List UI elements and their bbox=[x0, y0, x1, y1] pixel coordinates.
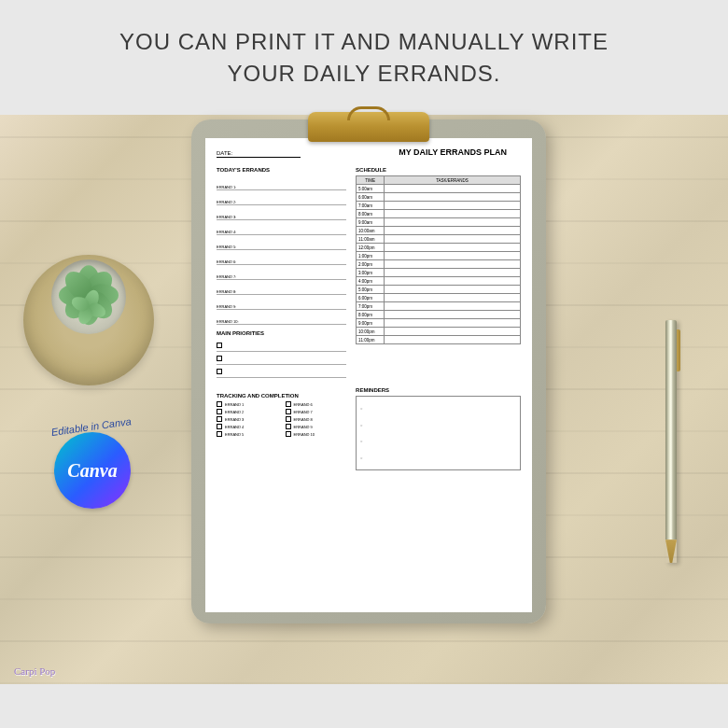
checkbox-icon bbox=[217, 343, 222, 348]
schedule-row: 11:00pm bbox=[357, 336, 521, 344]
desk-scene: Editable in Canva Canva DATE: MY DAILY E… bbox=[0, 115, 728, 684]
schedule-time-cell: 2:00pm bbox=[357, 260, 385, 269]
schedule-row: 1:00pm bbox=[357, 252, 521, 260]
tracking-label: ERRAND 10 bbox=[294, 432, 315, 437]
schedule-time-cell: 11:00am bbox=[357, 235, 385, 244]
schedule-time-cell: 8:00am bbox=[357, 210, 385, 218]
todays-errands-title: TODAY'S ERRANDS bbox=[217, 167, 346, 173]
schedule-time-cell: 8:00pm bbox=[357, 311, 385, 319]
tracking-label: ERRAND 9 bbox=[294, 425, 313, 429]
schedule-task-cell bbox=[385, 286, 521, 294]
tracking-label: ERRAND 2 bbox=[225, 410, 244, 414]
tracking-title: TRACKING AND COMPLETION bbox=[217, 393, 346, 399]
schedule-task-cell bbox=[385, 210, 521, 218]
schedule-time-cell: 1:00pm bbox=[357, 252, 385, 260]
reminders-title: REMINDERS bbox=[356, 387, 521, 393]
tracking-label: ERRAND 4 bbox=[225, 425, 244, 429]
canva-badge-icon: Canva bbox=[54, 432, 131, 509]
tracking-item: ERRAND 4 bbox=[217, 424, 278, 429]
errand-line: ERRAND 2: bbox=[217, 190, 346, 205]
schedule-time-cell: 10:00pm bbox=[357, 328, 385, 336]
succulent-plant bbox=[61, 264, 117, 320]
tracking-label: ERRAND 6 bbox=[294, 402, 313, 407]
tracking-label: ERRAND 8 bbox=[294, 417, 313, 422]
errand-line: ERRAND 10: bbox=[217, 310, 346, 325]
schedule-time-cell: 7:00am bbox=[357, 202, 385, 210]
schedule-row: 6:00pm bbox=[357, 294, 521, 302]
tracking-item: ERRAND 5 bbox=[217, 431, 278, 437]
schedule-row: 5:00pm bbox=[357, 286, 521, 294]
checkbox-icon bbox=[217, 401, 222, 407]
schedule-task-cell bbox=[385, 193, 521, 202]
canva-logo-text: Canva bbox=[67, 460, 117, 482]
checkbox-icon bbox=[217, 431, 222, 437]
schedule-header-task: TASK/ERRANDS bbox=[385, 176, 521, 185]
headline-line1: YOU CAN PRINT IT AND MANUALLY WRITE bbox=[19, 26, 709, 58]
errand-line: ERRAND 4: bbox=[217, 220, 346, 235]
schedule-time-cell: 7:00pm bbox=[357, 302, 385, 311]
schedule-time-cell: 9:00pm bbox=[357, 319, 385, 328]
pen bbox=[665, 320, 677, 563]
tracking-item: ERRAND 8 bbox=[286, 416, 347, 422]
checkbox-icon bbox=[217, 424, 222, 429]
schedule-task-cell bbox=[385, 294, 521, 302]
schedule-task-cell bbox=[385, 311, 521, 319]
tracking-label: ERRAND 3 bbox=[225, 417, 244, 422]
errand-line: ERRAND 1: bbox=[217, 175, 346, 190]
headline-line2: YOUR DAILY ERRANDS. bbox=[19, 58, 709, 90]
schedule-task-cell bbox=[385, 202, 521, 210]
schedule-row: 7:00pm bbox=[357, 302, 521, 311]
schedule-task-cell bbox=[385, 260, 521, 269]
schedule-task-cell bbox=[385, 227, 521, 235]
priority-line bbox=[217, 339, 346, 352]
schedule-time-cell: 11:00pm bbox=[357, 336, 385, 344]
schedule-row: 4:00pm bbox=[357, 277, 521, 286]
schedule-time-cell: 9:00am bbox=[357, 218, 385, 227]
schedule-time-cell: 3:00pm bbox=[357, 269, 385, 277]
schedule-time-cell: 4:00pm bbox=[357, 277, 385, 286]
reminders-box: ○ ○ ○ ○ bbox=[356, 396, 521, 470]
schedule-row: 9:00pm bbox=[357, 319, 521, 328]
tracking-item: ERRAND 6 bbox=[286, 401, 347, 407]
tracking-label: ERRAND 7 bbox=[294, 410, 313, 414]
errand-line: ERRAND 3: bbox=[217, 205, 346, 220]
errand-line: ERRAND 5: bbox=[217, 235, 346, 250]
checkbox-icon bbox=[286, 401, 291, 407]
tracking-item: ERRAND 3 bbox=[217, 416, 278, 422]
schedule-row: 7:00am bbox=[357, 202, 521, 210]
schedule-task-cell bbox=[385, 235, 521, 244]
schedule-task-cell bbox=[385, 269, 521, 277]
schedule-row: 10:00am bbox=[357, 227, 521, 235]
tracking-label: ERRAND 5 bbox=[225, 432, 244, 437]
tracking-item: ERRAND 2 bbox=[217, 409, 278, 414]
errand-line: ERRAND 9: bbox=[217, 295, 346, 310]
errand-line: ERRAND 8: bbox=[217, 280, 346, 295]
errand-line: ERRAND 6: bbox=[217, 250, 346, 265]
tracking-item: ERRAND 9 bbox=[286, 424, 347, 429]
schedule-row: 12:00pm bbox=[357, 244, 521, 252]
checkbox-icon bbox=[286, 409, 291, 414]
schedule-row: 5:00am bbox=[357, 185, 521, 193]
priority-line bbox=[217, 365, 346, 378]
schedule-task-cell bbox=[385, 252, 521, 260]
schedule-time-cell: 10:00am bbox=[357, 227, 385, 235]
clipboard-clip bbox=[308, 112, 429, 142]
date-field: DATE: bbox=[217, 150, 301, 158]
clipboard: DATE: MY DAILY ERRANDS PLAN TODAY'S ERRA… bbox=[191, 119, 546, 623]
schedule-row: 9:00am bbox=[357, 218, 521, 227]
schedule-table: TIME TASK/ERRANDS 5:00am6:00am7:00am8:00… bbox=[356, 175, 521, 344]
checkbox-icon bbox=[286, 416, 291, 422]
promo-headline: YOU CAN PRINT IT AND MANUALLY WRITE YOUR… bbox=[0, 0, 728, 115]
plan-title: MY DAILY ERRANDS PLAN bbox=[399, 147, 507, 157]
main-priorities-title: MAIN PRIORITIES bbox=[217, 330, 346, 336]
watermark: Carpi Pop bbox=[14, 665, 55, 677]
schedule-task-cell bbox=[385, 244, 521, 252]
checkbox-icon bbox=[217, 369, 222, 374]
schedule-time-cell: 6:00am bbox=[357, 193, 385, 202]
schedule-time-cell: 5:00am bbox=[357, 185, 385, 193]
planner-sheet: DATE: MY DAILY ERRANDS PLAN TODAY'S ERRA… bbox=[205, 138, 532, 612]
schedule-row: 8:00pm bbox=[357, 311, 521, 319]
schedule-task-cell bbox=[385, 218, 521, 227]
schedule-row: 8:00am bbox=[357, 210, 521, 218]
schedule-task-cell bbox=[385, 302, 521, 311]
